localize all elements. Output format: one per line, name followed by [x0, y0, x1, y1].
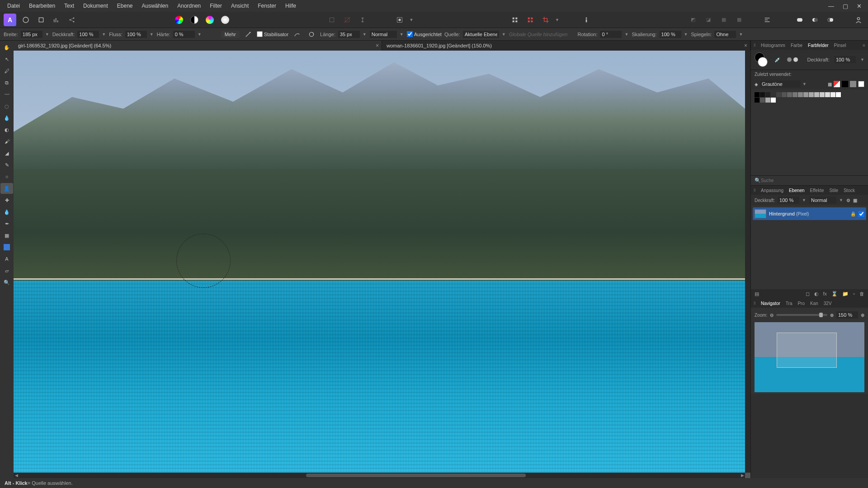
eyedropper-icon[interactable]: 💉 — [772, 54, 783, 66]
pen-tool-icon[interactable]: ✒ — [0, 218, 13, 229]
scroll-right-icon[interactable]: ▶ — [740, 473, 745, 478]
grid-red-icon[interactable] — [524, 14, 536, 26]
layer-blend-select[interactable] — [809, 197, 836, 204]
layer-lock-icon[interactable]: ▦ — [853, 198, 857, 203]
align-icon[interactable] — [761, 14, 773, 26]
tab-farbfelder[interactable]: Farbfelder — [807, 42, 830, 49]
tab-stile[interactable]: Stile — [828, 187, 839, 194]
menu-fenster[interactable]: Fenster — [253, 3, 281, 9]
swatch-grid[interactable] — [751, 89, 868, 175]
tab-farbe[interactable]: Farbe — [790, 42, 803, 49]
zoom-tool-icon[interactable]: 🔍 — [0, 277, 13, 288]
persona-export-icon[interactable] — [66, 14, 78, 26]
grid-icon[interactable] — [509, 14, 521, 26]
text-tool-icon[interactable]: A — [0, 253, 13, 264]
no-fill-icon[interactable] — [834, 81, 840, 87]
bool-intersect-icon[interactable] — [825, 14, 836, 26]
horizontal-scrollbar[interactable]: ◀ ▶ — [14, 473, 745, 478]
marquee-tool-icon[interactable]: ◌ — [0, 101, 13, 112]
flow-input[interactable] — [125, 31, 147, 38]
live-filter-icon[interactable]: ⌛ — [831, 291, 838, 297]
heal-tool-icon[interactable]: ✚ — [0, 195, 13, 206]
menu-ansicht[interactable]: Ansicht — [226, 3, 253, 9]
width-dropdown[interactable]: ▼ — [45, 32, 50, 37]
menu-text[interactable]: Text — [60, 3, 79, 9]
tab-tra[interactable]: Tra — [785, 300, 793, 307]
blend-dropdown[interactable]: ▼ — [400, 32, 404, 37]
mini-swatch-1[interactable] — [787, 57, 792, 62]
zoom-slider[interactable] — [776, 314, 827, 316]
tab-32v[interactable]: 32V — [823, 300, 833, 307]
tab-pro[interactable]: Pro — [797, 300, 806, 307]
palette-type-icon[interactable]: ◈ — [755, 82, 758, 87]
layer-opacity-input[interactable] — [778, 197, 799, 204]
layer-cog-icon[interactable]: ⚙ — [846, 198, 850, 203]
palette-select[interactable] — [760, 80, 801, 88]
color-wheel-icon[interactable] — [173, 14, 185, 26]
bw-adjust-icon[interactable] — [189, 14, 200, 26]
bool-subtract-icon[interactable] — [809, 14, 821, 26]
quick-mask-icon[interactable] — [394, 14, 406, 26]
tab-kan[interactable]: Kan — [809, 300, 819, 307]
blur-tool-icon[interactable]: 💧 — [0, 206, 13, 217]
tab-pinsel[interactable]: Pinsel — [833, 42, 847, 49]
tab-stock[interactable]: Stock — [843, 187, 856, 194]
layer-lock-indicator-icon[interactable]: 🔒 — [850, 211, 856, 216]
crop-dropdown[interactable]: ▼ — [555, 14, 560, 26]
mask-icon[interactable]: ◻ — [806, 291, 810, 297]
layer-visibility-checkbox[interactable] — [859, 211, 864, 217]
tab-anpassung[interactable]: Anpassung — [760, 187, 784, 194]
canvas-viewport[interactable]: ◀ ▶ — [14, 51, 750, 478]
zoom-in-icon[interactable]: ⊕ — [830, 313, 834, 318]
fx-icon[interactable]: fx — [823, 291, 827, 297]
gray-swatch-icon[interactable] — [850, 81, 856, 87]
source-dropdown[interactable]: ▼ — [502, 32, 506, 37]
lab-icon[interactable] — [219, 14, 231, 26]
layer-blend-dropdown[interactable]: ▼ — [839, 198, 844, 202]
zoom-input[interactable] — [836, 311, 858, 319]
quick-mask-dropdown[interactable]: ▼ — [409, 14, 414, 26]
bool-add-icon[interactable] — [794, 14, 806, 26]
panel-opacity-dropdown[interactable]: ▼ — [860, 57, 864, 62]
clone-tool-icon[interactable]: 👤 — [0, 183, 13, 194]
rope-mode-icon[interactable] — [291, 28, 303, 40]
more-button[interactable]: Mehr — [221, 31, 240, 38]
crop-tool-icon[interactable]: ⧉ — [0, 77, 13, 88]
document-tab-2[interactable]: woman-1836601_1920.jpg [Geändert] (150.0… — [382, 41, 750, 51]
panel-opacity-input[interactable] — [834, 56, 856, 63]
navigator-preview[interactable] — [755, 322, 864, 392]
menu-filter[interactable]: Filter — [205, 3, 226, 9]
length-dropdown[interactable]: ▼ — [363, 32, 367, 37]
source-select[interactable] — [463, 31, 499, 38]
erase-tool-icon[interactable]: ◢ — [0, 148, 13, 159]
mirror-dropdown[interactable]: ▼ — [739, 32, 743, 37]
close-icon[interactable]: ✕ — [853, 3, 865, 9]
white-swatch-icon[interactable] — [858, 81, 864, 87]
window-mode-icon[interactable] — [306, 28, 317, 40]
rotation-dropdown[interactable]: ▼ — [624, 32, 629, 37]
swatch-view-icon[interactable]: ▦ — [828, 82, 832, 87]
scale-input[interactable] — [660, 31, 681, 38]
layer-row-background[interactable]: Hintergrund (Pixel) 🔒 — [753, 207, 866, 220]
dodge-tool-icon[interactable]: ○ — [0, 171, 13, 182]
width-input[interactable] — [21, 31, 42, 38]
gradient-tool-icon[interactable]: ◐ — [0, 124, 13, 135]
length-input[interactable] — [338, 31, 360, 38]
flood-tool-icon[interactable]: 💧 — [0, 113, 13, 123]
tab-1-close-icon[interactable]: × — [376, 42, 379, 49]
hardness-dropdown[interactable]: ▼ — [198, 32, 202, 37]
flow-dropdown[interactable]: ▼ — [150, 32, 154, 37]
aligned-checkbox[interactable]: Ausgerichtet — [407, 31, 442, 37]
hsl-icon[interactable] — [204, 14, 216, 26]
persona-photo-icon[interactable] — [20, 14, 32, 26]
hand-tool-icon[interactable]: ✋ — [0, 42, 13, 53]
info-icon[interactable] — [580, 14, 592, 26]
paint-brush-tool-icon[interactable]: 🖌 — [0, 136, 13, 147]
pressure-icon[interactable] — [242, 28, 254, 40]
black-swatch-icon[interactable] — [842, 81, 848, 87]
mini-swatch-2[interactable] — [793, 57, 798, 62]
menu-dokument[interactable]: Dokument — [79, 3, 113, 9]
perspective-tool-icon[interactable]: ▱ — [0, 265, 13, 276]
maximize-icon[interactable]: ▢ — [839, 3, 852, 9]
scroll-left-icon[interactable]: ◀ — [14, 473, 19, 478]
